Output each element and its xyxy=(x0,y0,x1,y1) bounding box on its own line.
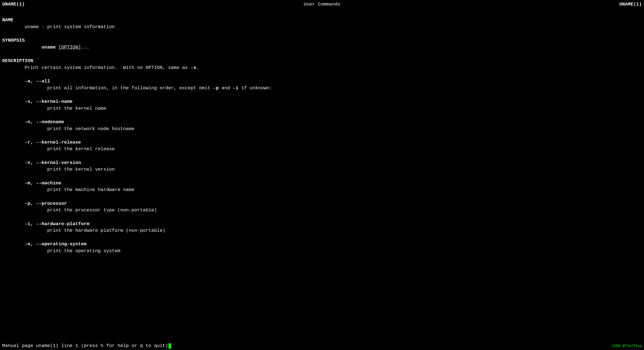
option-p-inline: -p xyxy=(213,85,219,91)
header-center: User Commands xyxy=(304,1,340,8)
header-left: UNAME(1) xyxy=(2,1,25,8)
option-s-flag: -s, --kernel-name xyxy=(25,99,73,104)
option-i-flag: -i, --hardware-platform xyxy=(25,221,90,227)
synopsis-cmd: uname xyxy=(22,45,55,50)
description-s-flag: -s xyxy=(191,65,196,70)
man-page-header: UNAME(1) User Commands UNAME(1) xyxy=(0,0,644,9)
terminal: UNAME(1) User Commands UNAME(1) NAME una… xyxy=(0,0,644,350)
option-a-flag: -a, --all xyxy=(25,79,50,84)
header-right: UNAME(1) xyxy=(619,1,642,8)
synopsis-option-text: [OPTION] xyxy=(58,45,81,50)
cursor xyxy=(168,343,171,349)
name-section: NAME uname - print system information SY… xyxy=(0,9,644,256)
option-p-flag: -p, --processor xyxy=(25,201,67,206)
synopsis-label: SYNOPSIS xyxy=(2,38,25,43)
status-bar: Manual page uname(1) line 1 (press h for… xyxy=(0,342,644,350)
option-r-flag: -r, --kernel-release xyxy=(25,140,81,145)
option-i-inline: -i xyxy=(233,85,238,91)
status-text: Manual page uname(1) line 1 (press h for… xyxy=(2,343,168,349)
option-o-flag: -o, --operating-system xyxy=(25,241,87,247)
watermark: CSDN @TheITSea xyxy=(612,344,642,349)
name-desc: uname - print system information xyxy=(2,24,115,29)
name-label: NAME xyxy=(2,17,14,23)
option-v-flag: -v, --kernel-version xyxy=(25,160,81,165)
description-label: DESCRIPTION xyxy=(2,58,33,63)
option-n-flag: -n, --nodename xyxy=(25,119,64,125)
synopsis-option: [OPTION]... xyxy=(58,45,89,50)
option-m-flag: -m, --machine xyxy=(25,181,61,186)
